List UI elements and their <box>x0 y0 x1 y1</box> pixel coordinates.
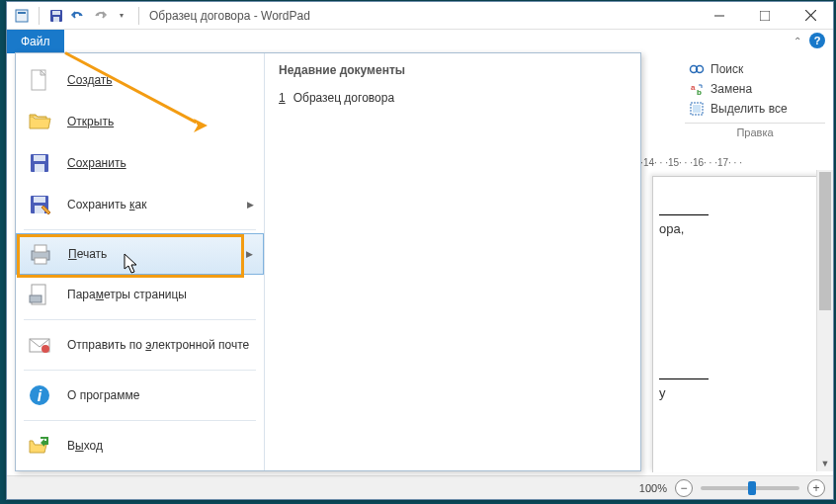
menu-exit[interactable]: Выход <box>16 425 264 466</box>
ruler: · · ·14· · ·15· · ·16· · ·17· · · <box>629 154 825 170</box>
svg-point-28 <box>42 345 49 353</box>
binoculars-icon <box>689 61 705 77</box>
envelope-icon <box>26 331 53 359</box>
redo-icon[interactable] <box>91 7 109 25</box>
ribbon-collapse-icon[interactable]: ⌃ <box>794 36 801 46</box>
scroll-down-icon[interactable]: ▼ <box>817 455 833 471</box>
menu-saveas-label: Сохранить как <box>67 198 146 211</box>
document-area[interactable]: ора, у <box>652 176 825 472</box>
menu-save-label: Сохранить <box>67 156 126 170</box>
qat-dropdown-icon[interactable]: ▾ <box>113 7 130 25</box>
quick-access-toolbar: ▾ <box>7 7 149 25</box>
svg-rect-0 <box>16 10 28 22</box>
zoom-slider-knob[interactable] <box>748 481 756 495</box>
submenu-arrow-icon: ▶ <box>246 249 253 259</box>
title-bar: ▾ Образец договора - WordPad <box>7 2 833 30</box>
maximize-button[interactable] <box>742 2 788 30</box>
menu-print-label: Печать <box>68 247 107 261</box>
editing-group: Поиск ab Замена Выделить все Правка <box>685 59 825 141</box>
file-menu: Создать Открыть Сохранить Сохранить как <box>15 52 641 471</box>
vertical-scrollbar[interactable]: ▲ ▼ <box>816 170 833 471</box>
svg-rect-14 <box>693 105 701 113</box>
menu-about-label: О программе <box>67 388 139 402</box>
menu-pagesetup-label: Параметры страницы <box>67 288 187 301</box>
undo-icon[interactable] <box>69 7 87 25</box>
selectall-button[interactable]: Выделить все <box>685 99 825 119</box>
svg-rect-23 <box>35 245 46 252</box>
zoom-slider[interactable] <box>701 486 799 490</box>
doc-text: ора, <box>659 221 819 236</box>
svg-rect-3 <box>52 11 60 15</box>
save-icon[interactable] <box>47 7 65 25</box>
menu-saveas[interactable]: Сохранить как ▶ <box>16 184 264 225</box>
window-controls <box>697 2 833 30</box>
find-button[interactable]: Поиск <box>685 59 825 79</box>
svg-rect-6 <box>760 11 770 21</box>
menu-exit-label: Выход <box>67 439 103 453</box>
svg-text:a: a <box>691 83 696 92</box>
menu-create-label: Создать <box>67 73 113 87</box>
doc-text: у <box>659 385 819 400</box>
scroll-thumb[interactable] <box>819 172 831 310</box>
svg-rect-17 <box>34 155 45 161</box>
recent-item-label: Образец договора <box>293 91 394 105</box>
menu-send-label: Отправить по электронной почте <box>67 338 249 352</box>
status-bar: 100% − + <box>7 475 833 499</box>
info-icon: i <box>26 381 53 409</box>
app-icon <box>13 7 31 25</box>
window-title: Образец договора - WordPad <box>149 9 310 23</box>
submenu-arrow-icon: ▶ <box>247 200 254 210</box>
menu-save[interactable]: Сохранить <box>16 142 264 184</box>
recent-item-num: 1 <box>279 91 286 105</box>
menu-about[interactable]: i О программе <box>16 375 264 416</box>
svg-rect-26 <box>30 295 42 302</box>
zoom-out-button[interactable]: − <box>675 479 693 497</box>
svg-text:i: i <box>38 387 42 404</box>
svg-rect-1 <box>18 12 26 14</box>
replace-icon: ab <box>689 81 705 97</box>
replace-button[interactable]: ab Замена <box>685 79 825 99</box>
exit-icon <box>26 432 53 460</box>
menu-create[interactable]: Создать <box>16 59 264 101</box>
menu-print[interactable]: Печать ▶ <box>16 233 264 275</box>
svg-rect-24 <box>35 258 46 264</box>
svg-text:b: b <box>697 88 702 97</box>
folder-open-icon <box>26 108 53 135</box>
menu-send[interactable]: Отправить по электронной почте <box>16 324 264 366</box>
close-button[interactable] <box>788 2 833 30</box>
menu-open[interactable]: Открыть <box>16 101 264 142</box>
recent-documents-panel: Недавние документы 1Образец договора <box>265 53 640 470</box>
menu-open-label: Открыть <box>67 115 114 128</box>
minimize-button[interactable] <box>697 2 742 30</box>
page-setup-icon <box>26 281 53 308</box>
svg-rect-4 <box>53 17 59 22</box>
recent-item[interactable]: 1Образец договора <box>279 87 627 109</box>
printer-icon <box>27 240 54 268</box>
zoom-in-button[interactable]: + <box>807 479 825 497</box>
file-tab[interactable]: Файл <box>7 30 64 53</box>
zoom-label: 100% <box>639 482 667 494</box>
app-window: ▾ Образец договора - WordPad Файл ⌃ ? По… <box>6 1 834 500</box>
new-file-icon <box>26 66 53 94</box>
svg-rect-20 <box>34 197 45 203</box>
selectall-label: Выделить все <box>711 102 788 116</box>
find-label: Поиск <box>711 62 743 76</box>
ribbon-tabs: Файл ⌃ ? <box>7 30 833 53</box>
help-icon[interactable]: ? <box>809 33 825 48</box>
recent-title: Недавние документы <box>279 63 627 77</box>
file-menu-left: Создать Открыть Сохранить Сохранить как <box>16 53 265 470</box>
save-as-icon <box>26 191 53 218</box>
select-all-icon <box>689 101 705 117</box>
save-disk-icon <box>26 149 53 177</box>
replace-label: Замена <box>711 82 752 96</box>
editing-group-label: Правка <box>685 123 825 141</box>
svg-rect-18 <box>35 164 44 172</box>
menu-pagesetup[interactable]: Параметры страницы <box>16 274 264 315</box>
